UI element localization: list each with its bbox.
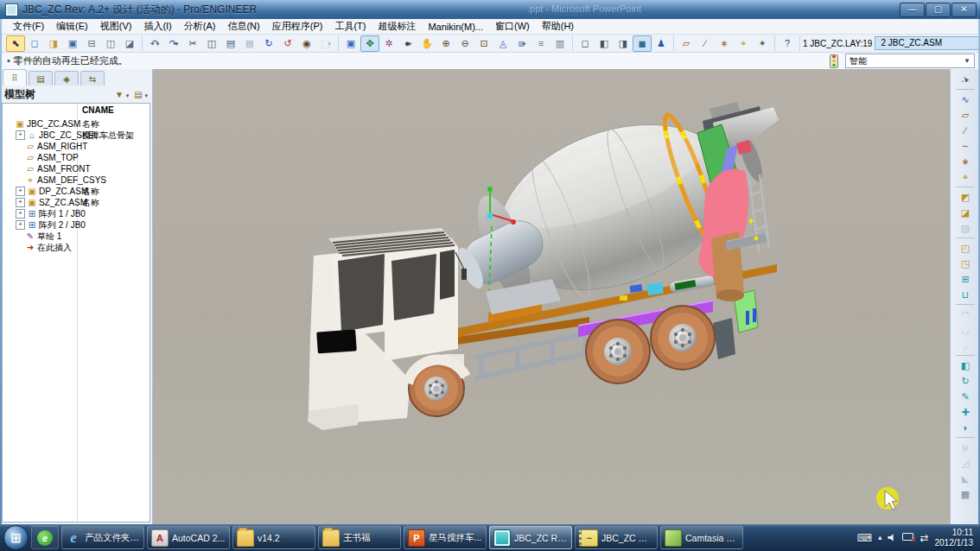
layers[interactable]: ≡	[531, 35, 550, 52]
maximize-button[interactable]: ▢	[926, 3, 951, 17]
print[interactable]: ⊟	[82, 35, 101, 52]
shell-tool[interactable]: ⊍	[954, 440, 977, 455]
extrude-tool[interactable]: ◧	[954, 358, 977, 373]
datum-planes-toggle[interactable]: ▱	[677, 35, 696, 52]
paste[interactable]: ▤	[221, 35, 240, 52]
tree-item-在此插入[interactable]: ➜在此插入	[3, 242, 150, 253]
component-create-tool[interactable]: ◰	[954, 240, 977, 256]
expand-toggle[interactable]: +	[16, 187, 25, 196]
menu-分析(A)[interactable]: 分析(A)	[178, 19, 222, 34]
display-hidden-line[interactable]: ◧	[595, 35, 614, 52]
reorient[interactable]: ◬	[493, 35, 512, 52]
notes-window[interactable]: −JBC_ZC Rev...	[575, 526, 658, 549]
autocad-window[interactable]: AAutoCAD 2...	[147, 526, 230, 549]
sketch-edit-tool[interactable]: ◪	[954, 205, 977, 220]
network-icon[interactable]: ⇄	[920, 533, 928, 543]
point-pattern-tool[interactable]: ∴▶	[954, 72, 977, 87]
regenerate-custom[interactable]: ↺	[278, 35, 297, 52]
view-setup[interactable]: ✲	[379, 35, 398, 52]
display-shaded[interactable]: ◼	[633, 35, 652, 52]
blend-tool[interactable]: ✚	[954, 404, 977, 420]
tree-item-SZ_ZC.ASM[interactable]: +▣SZ_ZC.ASM名称	[3, 197, 150, 208]
clock[interactable]: 10:11 2012/1/13	[935, 528, 974, 548]
datum-axis-tool[interactable]: ∕	[954, 123, 977, 138]
datum-csys-tool[interactable]: ⌖	[954, 169, 977, 185]
display-wireframe[interactable]: ◻	[576, 35, 595, 52]
camtasia-window[interactable]: Camtasia St...	[660, 526, 743, 549]
select-by-box[interactable]: ⬚▾	[316, 35, 335, 52]
draft-tool[interactable]: ◿	[954, 455, 977, 471]
history-tab[interactable]: ⇆	[80, 71, 105, 86]
copy-geometry-tool[interactable]: ⊞	[954, 271, 977, 287]
open-file[interactable]: ◨	[44, 35, 63, 52]
appearance-gallery[interactable]: ●▾	[398, 35, 417, 52]
tree-item-阵列 1 / JB0[interactable]: +⊞阵列 1 / JB0	[3, 208, 150, 219]
menu-编辑(E)[interactable]: 编辑(E)	[50, 19, 94, 34]
show-hidden-icons[interactable]: ▴	[878, 534, 882, 542]
annotation-toggle[interactable]: ✦	[753, 35, 772, 52]
active-window-box[interactable]: 2 JBC_ZC.ASM	[875, 36, 980, 50]
start-button[interactable]: ⊞	[3, 525, 29, 550]
tree-show-settings[interactable]: ▼ ▾	[115, 90, 129, 99]
window-activate[interactable]: ▣	[341, 35, 360, 52]
powerpoint-window[interactable]: P星马搅拌车...	[404, 526, 487, 549]
menu-窗口(W)[interactable]: 窗口(W)	[489, 19, 536, 34]
round-tool[interactable]: ◡	[954, 322, 977, 338]
expand-toggle[interactable]: +	[16, 209, 25, 218]
view-manager[interactable]: ▥	[550, 35, 570, 52]
expand-toggle[interactable]: +	[16, 198, 25, 207]
new-file[interactable]: ◻	[25, 35, 44, 52]
select-tool[interactable]: ⬉	[6, 35, 25, 52]
tree-item-ASM_DEF_CSYS[interactable]: ⌖ASM_DEF_CSYS	[3, 174, 150, 186]
network-error-icon[interactable]: ✕	[902, 533, 913, 542]
minimize-button[interactable]: —	[900, 3, 925, 17]
menu-视图(V)[interactable]: 视图(V)	[94, 19, 138, 34]
refit[interactable]: ⊡	[474, 35, 493, 52]
model-tree-tab[interactable]: ⠿	[3, 69, 27, 86]
paste-special[interactable]: ▦	[240, 35, 259, 52]
saved-views[interactable]: ⧈▾	[512, 35, 531, 52]
expand-toggle[interactable]: +	[16, 220, 25, 230]
menu-信息(N)[interactable]: 信息(N)	[221, 19, 265, 34]
menu-应用程序(P)[interactable]: 应用程序(P)	[266, 19, 329, 34]
favorites-tab[interactable]: ◈	[54, 71, 79, 86]
datum-curve-tool[interactable]: ∼	[954, 138, 977, 154]
input-method-icon[interactable]: ⌨	[857, 533, 872, 543]
use-edge-tool[interactable]: ▨	[954, 220, 977, 236]
selection-filter-combo[interactable]: 智能 ▼	[845, 54, 975, 68]
merge-tool[interactable]: ⊔	[954, 287, 977, 302]
close-button[interactable]: ✕	[951, 3, 977, 17]
variable-sweep-tool[interactable]: ✎	[954, 389, 977, 404]
component-assemble-tool[interactable]: ◳	[954, 256, 977, 271]
cut[interactable]: ✂	[183, 35, 202, 52]
menu-Manikin(M)...[interactable]: Manikin(M)...	[422, 21, 489, 33]
grid-tool[interactable]: ▦	[954, 486, 977, 502]
rib-tool[interactable]: ◣	[954, 471, 977, 486]
folder-browser-tab[interactable]: ▤	[29, 71, 53, 86]
menu-工具(T)[interactable]: 工具(T)	[328, 19, 372, 34]
zoom-in[interactable]: ⊕	[436, 35, 455, 52]
manikin-display[interactable]: ♟	[652, 35, 671, 52]
datum-point-tool[interactable]: ∗	[954, 154, 977, 169]
sweep-tool[interactable]: ◠	[954, 307, 977, 322]
find[interactable]: ◉	[297, 35, 316, 52]
zoom-pan[interactable]: ✋	[417, 35, 436, 52]
tree-item-ASM_RIGHT[interactable]: ▱ASM_RIGHT	[3, 141, 150, 152]
boundary-blend-tool[interactable]: ◗	[954, 420, 977, 435]
tree-item-阵列 2 / JB0[interactable]: +⊞阵列 2 / JB0	[3, 219, 150, 231]
orient-mode[interactable]: ✥	[360, 35, 379, 52]
folder-wangshufu[interactable]: 王书福	[318, 526, 401, 549]
expand-toggle[interactable]: +	[16, 130, 25, 140]
proe-window[interactable]: JBC_ZC Rev...	[489, 526, 572, 549]
tree-item-ASM_FRONT[interactable]: ▱ASM_FRONT	[3, 163, 150, 174]
context-help[interactable]: ?	[778, 35, 797, 52]
menu-文件(F)[interactable]: 文件(F)	[7, 19, 50, 34]
3d-viewport[interactable]	[153, 69, 950, 524]
menu-超级标注[interactable]: 超级标注	[372, 19, 422, 34]
print-preview[interactable]: ◫	[101, 35, 120, 52]
copy[interactable]: ◫	[202, 35, 221, 52]
save-file[interactable]: ▣	[63, 35, 82, 52]
tree-item-ASM_TOP[interactable]: ▱ASM_TOP	[3, 152, 150, 163]
tree-layout-settings[interactable]: ▤ ▾	[134, 90, 148, 99]
display-no-hidden[interactable]: ◨	[614, 35, 633, 52]
